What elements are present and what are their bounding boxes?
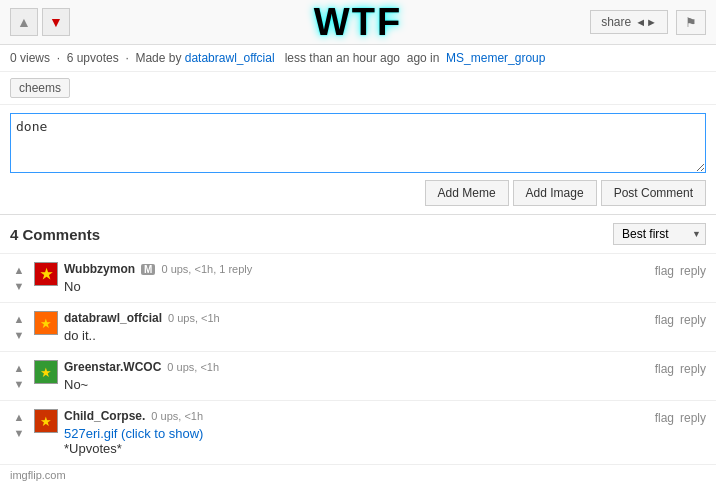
comment-flag[interactable]: flag xyxy=(655,313,674,327)
post-time: less than an hour ago xyxy=(285,51,400,65)
footer-credit: imgflip.com xyxy=(0,465,716,485)
share-icon: ◄► xyxy=(635,16,657,28)
comment-votes xyxy=(10,311,28,343)
comment-username: Greenstar.WCOC xyxy=(64,360,161,374)
comment-username: Child_Corpse. xyxy=(64,409,145,423)
comment-actions: flag reply xyxy=(655,311,706,327)
comment-body: Child_Corpse. 0 ups, <1h 527eri.gif (cli… xyxy=(64,409,649,456)
comment-reply[interactable]: reply xyxy=(680,264,706,278)
post-comment-button[interactable]: Post Comment xyxy=(601,180,706,206)
comment-gif-link[interactable]: 527eri.gif (click to show) xyxy=(64,426,203,441)
comment-reply[interactable]: reply xyxy=(680,411,706,425)
share-label: share xyxy=(601,15,631,29)
header: ▲ ▼ WTF share ◄► ⚑ xyxy=(0,0,716,45)
comment-votes xyxy=(10,262,28,294)
comment-actions: Add Meme Add Image Post Comment xyxy=(10,180,706,206)
comments-count: 4 Comments xyxy=(10,226,100,243)
comment-body: Greenstar.WCOC 0 ups, <1h No~ xyxy=(64,360,649,392)
comment-downvote[interactable] xyxy=(10,278,28,294)
comment-meta: Greenstar.WCOC 0 ups, <1h xyxy=(64,360,649,374)
avatar: ★ xyxy=(34,360,58,384)
meta-bar: 0 views · 6 upvotes · Made by databrawl_… xyxy=(0,45,716,72)
comment-meta: Wubbzymon M 0 ups, <1h, 1 reply xyxy=(64,262,649,276)
comment-downvote[interactable] xyxy=(10,327,28,343)
comment-item: ★ Child_Corpse. 0 ups, <1h 527eri.gif (c… xyxy=(0,401,716,465)
avatar: ★ xyxy=(34,311,58,335)
comment-upvote[interactable] xyxy=(10,311,28,327)
avatar: ★ xyxy=(34,262,58,286)
comment-actions: flag reply xyxy=(655,409,706,425)
comment-actions: flag reply xyxy=(655,360,706,376)
comment-upvote[interactable] xyxy=(10,409,28,425)
header-actions: share ◄► ⚑ xyxy=(590,10,706,35)
comment-textarea[interactable]: done xyxy=(10,113,706,173)
comment-meta: databrawl_offcial 0 ups, <1h xyxy=(64,311,649,325)
comment-downvote[interactable] xyxy=(10,425,28,441)
comment-meta: Child_Corpse. 0 ups, <1h xyxy=(64,409,649,423)
comment-box-area: done Add Meme Add Image Post Comment xyxy=(0,105,716,215)
tag-cheems[interactable]: cheems xyxy=(10,78,70,98)
comment-text: No~ xyxy=(64,377,649,392)
comment-votes xyxy=(10,409,28,441)
comment-reply[interactable]: reply xyxy=(680,362,706,376)
view-count: 0 views xyxy=(10,51,50,65)
comment-item: ★ Wubbzymon M 0 ups, <1h, 1 reply No fla… xyxy=(0,254,716,303)
post-title: WTF xyxy=(314,1,402,44)
share-button[interactable]: share ◄► xyxy=(590,10,668,34)
comment-username: databrawl_offcial xyxy=(64,311,162,325)
comment-upvote[interactable] xyxy=(10,360,28,376)
comment-flag[interactable]: flag xyxy=(655,411,674,425)
sort-wrapper: Best first Newest first Oldest first xyxy=(613,223,706,245)
comment-text: No xyxy=(64,279,649,294)
comment-upvote[interactable] xyxy=(10,262,28,278)
tag-bar: cheems xyxy=(0,72,716,105)
comment-flag[interactable]: flag xyxy=(655,362,674,376)
group-link[interactable]: MS_memer_group xyxy=(446,51,545,65)
upvote-count: 6 upvotes xyxy=(67,51,119,65)
downvote-button[interactable]: ▼ xyxy=(42,8,70,36)
comment-subtext: *Upvotes* xyxy=(64,441,122,456)
flag-button[interactable]: ⚑ xyxy=(676,10,706,35)
comment-stats: 0 ups, <1h xyxy=(167,361,219,373)
avatar: ★ xyxy=(34,409,58,433)
vote-buttons: ▲ ▼ xyxy=(10,8,70,36)
user-badge: M xyxy=(141,264,155,275)
comment-stats: 0 ups, <1h xyxy=(168,312,220,324)
comment-votes xyxy=(10,360,28,392)
comment-stats: 0 ups, <1h, 1 reply xyxy=(161,263,252,275)
credit-text: imgflip.com xyxy=(10,469,66,481)
comment-item: ★ Greenstar.WCOC 0 ups, <1h No~ flag rep… xyxy=(0,352,716,401)
comment-actions: flag reply xyxy=(655,262,706,278)
comments-header: 4 Comments Best first Newest first Oldes… xyxy=(0,215,716,254)
add-meme-button[interactable]: Add Meme xyxy=(425,180,509,206)
comment-downvote[interactable] xyxy=(10,376,28,392)
comment-text: 527eri.gif (click to show) *Upvotes* xyxy=(64,426,649,456)
comment-flag[interactable]: flag xyxy=(655,264,674,278)
comment-username: Wubbzymon xyxy=(64,262,135,276)
comment-body: Wubbzymon M 0 ups, <1h, 1 reply No xyxy=(64,262,649,294)
comment-text: do it.. xyxy=(64,328,649,343)
upvote-button[interactable]: ▲ xyxy=(10,8,38,36)
add-image-button[interactable]: Add Image xyxy=(513,180,597,206)
flag-icon: ⚑ xyxy=(685,15,697,30)
comment-reply[interactable]: reply xyxy=(680,313,706,327)
comment-stats: 0 ups, <1h xyxy=(151,410,203,422)
sort-select[interactable]: Best first Newest first Oldest first xyxy=(613,223,706,245)
comment-body: databrawl_offcial 0 ups, <1h do it.. xyxy=(64,311,649,343)
author-link[interactable]: databrawl_offcial xyxy=(185,51,275,65)
comment-item: ★ databrawl_offcial 0 ups, <1h do it.. f… xyxy=(0,303,716,352)
